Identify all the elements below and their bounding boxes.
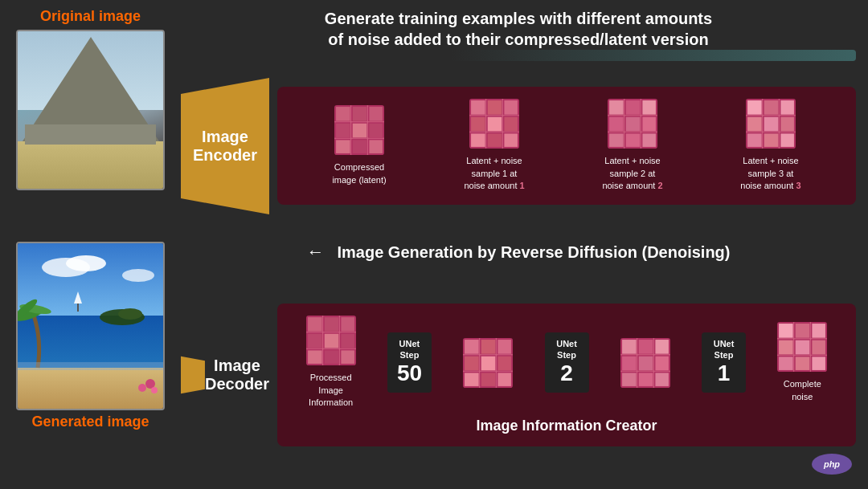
bottom-section: Generated image ←Image Generation by Rev… — [12, 242, 856, 481]
grid-icon-3 — [746, 99, 796, 149]
svg-point-59 — [66, 255, 106, 271]
svg-rect-116 — [655, 373, 669, 386]
bottom-decoder-row: ImageDecoder — [181, 269, 856, 481]
svg-point-71 — [138, 384, 146, 392]
main-container: Original image Generate training example… — [0, 0, 868, 489]
svg-rect-129 — [796, 357, 810, 371]
svg-rect-36 — [642, 101, 656, 116]
svg-marker-74 — [181, 357, 205, 393]
svg-rect-21 — [488, 101, 502, 116]
svg-rect-113 — [655, 356, 669, 370]
svg-rect-109 — [639, 340, 653, 354]
svg-rect-41 — [626, 134, 641, 148]
svg-rect-101 — [481, 373, 496, 386]
svg-rect-100 — [465, 373, 479, 386]
svg-rect-26 — [471, 134, 485, 148]
svg-rect-87 — [324, 351, 338, 365]
decoder-items-row: ProcessedImageInformation UNetStep 50 — [293, 316, 840, 409]
svg-rect-42 — [642, 134, 656, 148]
latent-label-3: Latent + noisesample 3 atnoise amount 3 — [740, 155, 800, 192]
svg-rect-127 — [813, 340, 826, 355]
svg-point-60 — [122, 269, 154, 282]
noise-amount-2: 2 — [657, 181, 662, 190]
beach-svg — [18, 243, 165, 410]
noise-amount-1: 1 — [520, 181, 525, 190]
svg-rect-6 — [336, 107, 350, 121]
svg-rect-27 — [488, 134, 502, 148]
svg-rect-102 — [498, 373, 512, 386]
title-line1: Generate training examples with differen… — [325, 10, 712, 27]
svg-rect-99 — [498, 356, 512, 370]
original-label: Original image — [40, 8, 141, 25]
latent-label-0: Compressedimage (latent) — [332, 161, 386, 186]
svg-rect-115 — [639, 373, 653, 386]
svg-rect-10 — [353, 124, 367, 138]
svg-rect-22 — [504, 101, 518, 116]
unet-number-2: 2 — [560, 361, 573, 386]
bottom-title: ←Image Generation by Reverse Diffusion (… — [181, 242, 856, 263]
bottom-title-text: Image Generation by Reverse Diffusion (D… — [338, 243, 731, 262]
svg-rect-24 — [488, 117, 502, 132]
decoder-grid-6 — [777, 322, 827, 372]
svg-rect-35 — [626, 101, 641, 116]
svg-rect-85 — [341, 334, 354, 348]
svg-rect-48 — [747, 101, 762, 116]
bottom-right: ←Image Generation by Reverse Diffusion (… — [181, 242, 856, 481]
svg-rect-128 — [779, 357, 793, 371]
svg-rect-123 — [796, 324, 810, 338]
svg-rect-40 — [609, 134, 624, 148]
svg-rect-130 — [813, 357, 826, 371]
top-title: Generate training examples with differen… — [181, 8, 856, 50]
svg-rect-50 — [780, 101, 794, 116]
unet-label-1: UNetStep — [714, 339, 735, 360]
svg-rect-51 — [747, 117, 762, 132]
unet-box-1: UNetStep 1 — [702, 332, 746, 392]
svg-rect-20 — [471, 101, 485, 116]
svg-rect-56 — [780, 134, 794, 148]
decoded-item-4 — [620, 338, 670, 388]
title-line2: of noise added to their compressed/laten… — [328, 31, 708, 48]
decoder-panel: ProcessedImageInformation UNetStep 50 — [277, 304, 856, 446]
svg-rect-65 — [77, 304, 79, 312]
svg-rect-8 — [369, 107, 383, 121]
unet-box-50: UNetStep 50 — [387, 332, 432, 392]
pyramid-base — [25, 124, 156, 145]
svg-rect-108 — [622, 340, 637, 354]
encoder-label: ImageEncoder — [193, 128, 257, 165]
svg-rect-124 — [813, 324, 826, 338]
decoded-label-6: Completenoise — [784, 378, 821, 403]
decoder-shape — [181, 307, 205, 443]
svg-rect-114 — [622, 373, 637, 386]
decoder-label: ImageDecoder — [205, 357, 269, 393]
svg-rect-12 — [336, 141, 350, 154]
top-right: Generate training examples with differen… — [181, 8, 856, 235]
ground — [18, 141, 163, 189]
svg-rect-55 — [764, 134, 779, 148]
beach-image — [16, 242, 165, 410]
latent-item-2: Latent + noisesample 2 atnoise amount 2 — [602, 99, 662, 192]
grid-icon-1 — [469, 99, 519, 149]
svg-rect-96 — [498, 340, 512, 354]
svg-rect-122 — [779, 324, 793, 338]
unet-box-2: UNetStep 2 — [545, 332, 589, 392]
svg-rect-11 — [369, 124, 383, 138]
svg-rect-110 — [655, 340, 669, 354]
svg-rect-126 — [796, 340, 810, 355]
svg-rect-13 — [353, 141, 367, 154]
svg-rect-14 — [369, 141, 383, 154]
svg-rect-111 — [622, 356, 637, 370]
svg-rect-81 — [324, 318, 338, 332]
svg-rect-86 — [308, 351, 322, 365]
svg-rect-82 — [341, 318, 354, 332]
svg-rect-84 — [324, 334, 338, 348]
svg-rect-80 — [308, 318, 322, 332]
latent-item-1: Latent + noisesample 1 atnoise amount 1 — [464, 99, 524, 192]
latent-panel: Compressedimage (latent) — [277, 87, 856, 204]
svg-rect-54 — [747, 134, 762, 148]
unet-label-50: UNetStep — [399, 339, 420, 360]
svg-rect-88 — [341, 351, 354, 365]
latent-item-0: Compressedimage (latent) — [332, 105, 386, 186]
bottom-left: Generated image — [12, 242, 169, 481]
svg-rect-73 — [18, 362, 165, 370]
decoder-grid-2 — [463, 338, 513, 388]
